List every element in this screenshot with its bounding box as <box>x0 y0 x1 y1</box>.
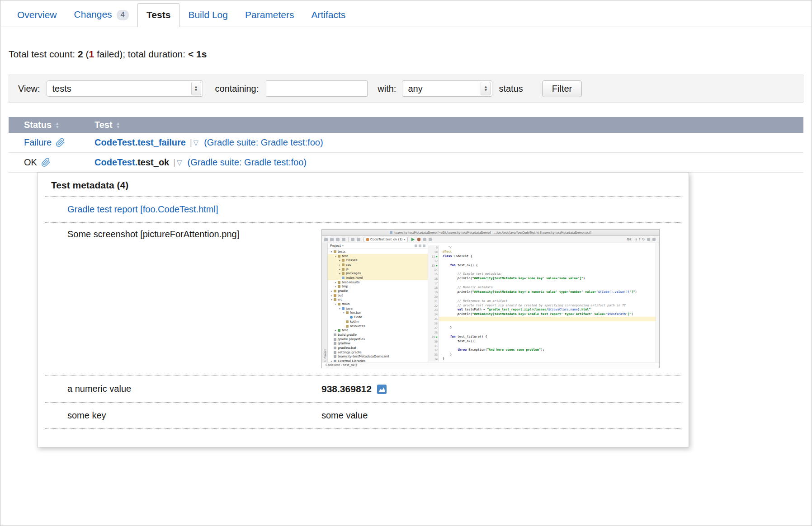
name-divider: | <box>173 158 175 167</box>
tree-item[interactable]: ▸js <box>328 267 428 272</box>
test-name-link[interactable]: CodeTest.test_failure <box>94 137 186 148</box>
suite-link[interactable]: (Gradle suite: Gradle test:foo) <box>204 137 323 148</box>
tree-item[interactable]: index.html <box>328 276 428 280</box>
test-actions-dropdown-icon[interactable]: ▽ <box>194 139 199 147</box>
tree-item-label: gradlew <box>338 342 350 345</box>
tree-item-label: test <box>342 254 348 258</box>
code-line: 22 // gradle_test_report.zip should be c… <box>428 304 656 308</box>
tree-item[interactable]: ▾foo.bar <box>328 311 428 315</box>
locate-icon <box>415 244 417 247</box>
tab-build-log[interactable]: Build Log <box>179 4 236 27</box>
tab-tests[interactable]: Tests <box>137 3 179 27</box>
tab-overview[interactable]: Overview <box>9 4 66 27</box>
select-stepper-icon: ▲▼ <box>191 82 201 95</box>
run-gutter-icon[interactable] <box>436 336 438 338</box>
tree-item[interactable]: ▾test <box>328 254 428 258</box>
code-line: 14 <box>428 268 656 272</box>
tree-item[interactable]: ▸test-results <box>328 280 428 285</box>
test-name-link[interactable]: CodeTest.test_ok <box>94 157 169 168</box>
code-line: 34} <box>428 357 656 362</box>
total-duration: < 1s <box>188 49 207 59</box>
tree-item-label: main <box>342 302 350 306</box>
tree-item[interactable]: ▸tmp <box>328 285 428 289</box>
code-line: 16 println("##teamcity[testMetadata key=… <box>428 277 656 281</box>
tree-item[interactable]: ▸css <box>328 263 428 267</box>
tree-item[interactable]: teamcity-testMetadataDemo.iml <box>328 355 428 359</box>
tree-item-label: foo.bar <box>350 311 361 315</box>
ide-project-tree: ▾tests▾test▸classes▸css▸js▸packagesindex… <box>328 249 428 362</box>
containing-input[interactable] <box>266 80 368 97</box>
editor-scrollbar <box>656 243 659 362</box>
test-actions-dropdown-icon[interactable]: ▽ <box>177 159 182 167</box>
tree-item-icon <box>342 277 345 279</box>
tree-item-icon <box>342 263 345 266</box>
tree-item[interactable]: ▸out <box>328 293 428 298</box>
chart-icon[interactable] <box>377 385 387 394</box>
tree-item-icon <box>346 311 349 314</box>
tree-item-label: Code <box>354 315 362 319</box>
tree-item-icon <box>334 342 336 345</box>
tree-item[interactable]: gradle.properties <box>328 337 428 342</box>
sort-icon[interactable]: ▲▼ <box>55 122 59 129</box>
tree-item[interactable]: ▸packages <box>328 271 428 276</box>
tree-item-label: test <box>342 329 348 332</box>
hide-icon <box>423 244 425 247</box>
filter-button[interactable]: Filter <box>542 80 582 97</box>
tree-item[interactable]: ▸test <box>328 328 428 333</box>
tree-item[interactable]: gradlew.bat <box>328 346 428 350</box>
code-line: 19 println("##teamcity[testMetadata key=… <box>428 290 656 295</box>
tab-artifacts[interactable]: Artifacts <box>303 4 354 27</box>
column-header-status[interactable]: Status▲▼ <box>9 120 94 130</box>
tree-item[interactable]: ▾src <box>328 298 428 302</box>
test-row-ok: OK CodeTest.test_ok|▽ (Gradle suite: Gra… <box>9 153 803 173</box>
code-line: 24 println("##teamcity[testMetadata key=… <box>428 312 656 317</box>
tree-item-icon <box>338 303 340 305</box>
tree-item[interactable]: ▾tests <box>328 249 428 254</box>
code-line: 31 <box>428 344 656 348</box>
code-line: 13 fun test_ok() { <box>428 263 656 268</box>
failure-status-link[interactable]: Failure <box>24 137 52 148</box>
tab-changes[interactable]: Changes4 <box>66 3 138 27</box>
tree-item[interactable]: gradlew <box>328 341 428 346</box>
paperclip-icon[interactable] <box>56 138 65 147</box>
tree-item-label: gradle.properties <box>338 338 365 341</box>
tree-item[interactable]: Code <box>328 315 428 319</box>
code-line: 27 } <box>428 326 656 330</box>
gradle-test-report-link[interactable]: Gradle test report [foo.CodeTest.html] <box>67 204 218 214</box>
settings-icon <box>652 238 656 241</box>
column-header-test[interactable]: Test▲▼ <box>94 120 120 130</box>
with-select[interactable]: any ▲▼ <box>402 80 492 97</box>
tree-item[interactable]: ▸classes <box>328 258 428 263</box>
tree-item[interactable]: ▾java <box>328 306 428 311</box>
tree-item-icon <box>342 259 345 262</box>
tab-parameters[interactable]: Parameters <box>236 4 303 27</box>
tab-bar: Overview Changes4 Tests Build Log Parame… <box>0 0 812 27</box>
tree-item[interactable]: settings.gradle <box>328 350 428 355</box>
profiler-icon <box>429 238 432 241</box>
tree-item[interactable]: ▸External Libraries <box>328 359 428 362</box>
select-stepper-icon: ▲▼ <box>481 82 491 95</box>
tree-item-label: out <box>338 294 343 297</box>
run-config-select: CodeTest.test_ok (1)▾ <box>364 237 408 242</box>
editor-breadcrumb: CodeTest › test_ok() <box>322 362 659 368</box>
run-gutter-icon[interactable] <box>436 265 438 267</box>
tree-item[interactable]: resources <box>328 324 428 329</box>
tree-item[interactable]: ▸gradle <box>328 289 428 293</box>
paperclip-icon[interactable] <box>41 158 51 167</box>
run-gutter-icon[interactable] <box>436 256 438 258</box>
gear-icon <box>419 244 421 247</box>
tree-item[interactable]: build.gradle <box>328 333 428 337</box>
tree-item[interactable]: ▾main <box>328 302 428 306</box>
sort-icon[interactable]: ▲▼ <box>116 122 120 129</box>
tree-item[interactable]: kotlin <box>328 319 428 324</box>
view-select-value: tests <box>52 84 188 94</box>
tree-item-label: teamcity-testMetadataDemo.iml <box>338 355 389 358</box>
with-select-value: any <box>408 84 477 94</box>
undo-icon <box>336 238 340 241</box>
tree-item-icon <box>334 250 336 253</box>
tree-item-icon <box>346 320 349 323</box>
summary-label: Total test count: <box>9 49 78 59</box>
suite-link[interactable]: (Gradle suite: Gradle test:foo) <box>187 157 306 168</box>
document-icon <box>390 231 392 234</box>
view-select[interactable]: tests ▲▼ <box>47 80 203 97</box>
